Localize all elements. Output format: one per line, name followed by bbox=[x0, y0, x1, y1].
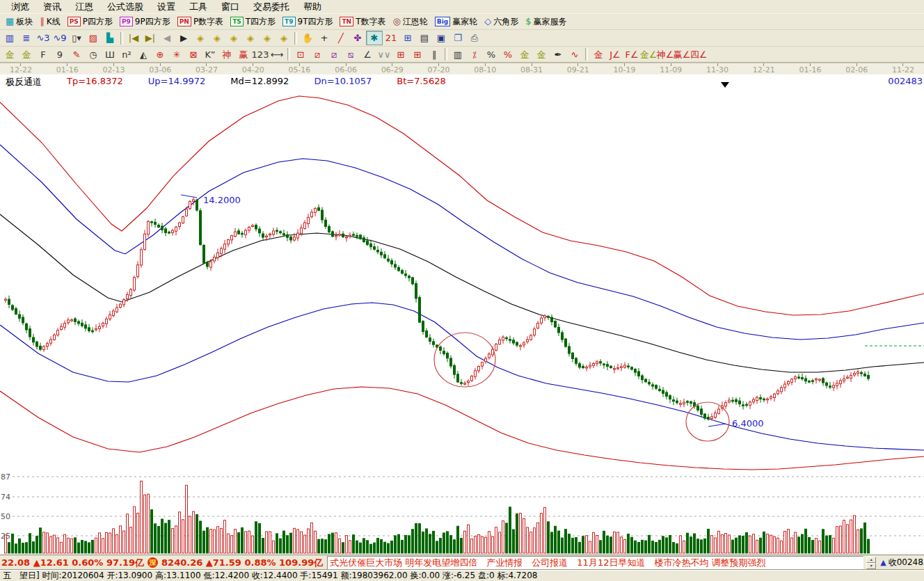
drawing-toolbar: 金 金 F 9 ✎ ◷ Ш n² ◭ ⊕ bbox=[0, 47, 924, 63]
profile-histogram-icon[interactable]: ▙ bbox=[102, 31, 118, 45]
save-icon[interactable]: ▣ bbox=[433, 31, 449, 45]
diamond-left-arrow-icon[interactable]: ◈ bbox=[192, 31, 209, 45]
strike-percent-icon[interactable]: ⁒ bbox=[466, 47, 483, 62]
panel-icon[interactable]: ▥ bbox=[1, 31, 18, 45]
p-square-button[interactable]: PS P四方形 bbox=[65, 15, 117, 29]
shen-angle-icon[interactable]: 神∠ bbox=[657, 47, 674, 62]
winner-wheel-button[interactable]: Big 赢家轮 bbox=[432, 15, 481, 29]
tick-view-label[interactable]: 收002483分笔 bbox=[889, 557, 924, 568]
percent-icon[interactable]: % bbox=[483, 47, 500, 62]
gold-circle-icon[interactable]: 金 bbox=[516, 47, 533, 62]
diamond-right-arrow-icon[interactable]: ◈ bbox=[209, 31, 225, 45]
first-bar-icon[interactable]: |◀ bbox=[125, 31, 142, 45]
menu-trade[interactable]: 交易委托 bbox=[246, 0, 296, 14]
winner-service-button[interactable]: $ 赢家服务 bbox=[523, 15, 571, 29]
f-angle-icon[interactable]: F∠ bbox=[623, 47, 640, 62]
gold-underline-icon[interactable]: 金 bbox=[590, 47, 607, 62]
t9-square-button[interactable]: T9 9T四方形 bbox=[280, 15, 337, 29]
t-number-table-button[interactable]: TN T数字表 bbox=[337, 15, 390, 29]
crosshair-icon[interactable]: + bbox=[316, 31, 333, 45]
brain-icon[interactable]: ✱ bbox=[366, 31, 383, 45]
ink-brush-icon[interactable]: ✒ bbox=[550, 47, 566, 62]
hexagon-button[interactable]: ◇ 六角形 bbox=[481, 15, 523, 29]
k-quote-icon[interactable]: K” bbox=[202, 47, 218, 62]
clock-ruler-icon[interactable]: ◷ bbox=[85, 47, 102, 62]
dn-value: Dn=10.1057 bbox=[314, 76, 372, 86]
gold-ruler2-icon[interactable]: 金 bbox=[18, 47, 35, 62]
abacus-123-icon[interactable]: 123 bbox=[252, 47, 269, 62]
line-tool-icon[interactable]: ╱ bbox=[333, 31, 349, 45]
browser-doc-icon[interactable]: ❐ bbox=[449, 31, 466, 45]
purple-fan-icon[interactable]: ⧄ bbox=[326, 47, 342, 62]
kline-chart-canvas[interactable]: 8774502514.20006.4000 bbox=[0, 0, 924, 581]
date-label: 02-06 bbox=[845, 66, 868, 74]
grid-arrow-icon[interactable]: ⊞ bbox=[409, 47, 426, 62]
box-ruler-icon[interactable]: ⊡ bbox=[292, 47, 309, 62]
percent-line-icon[interactable]: % bbox=[500, 47, 516, 62]
calculator-icon[interactable]: ⊞ bbox=[399, 31, 416, 45]
red-grid-icon[interactable]: ⊞ bbox=[392, 47, 409, 62]
ying-ruler-icon[interactable]: 赢 bbox=[235, 47, 252, 62]
pattern-icon[interactable]: ▨ bbox=[85, 31, 102, 45]
menu-window[interactable]: 窗口 bbox=[214, 0, 246, 14]
star-grid-icon[interactable]: ✳ bbox=[168, 47, 185, 62]
price-scale-icon[interactable]: ▥ bbox=[449, 47, 466, 62]
p9-square-button[interactable]: P9 9P四方形 bbox=[117, 15, 175, 29]
kline-button[interactable]: ∥ K线 bbox=[37, 15, 64, 29]
check-lines-icon[interactable]: ∨∨ bbox=[376, 47, 392, 62]
red-fan-icon[interactable]: ⧄ bbox=[309, 47, 326, 62]
last-bar-icon[interactable]: ▶| bbox=[142, 31, 159, 45]
date-tick-cell: 12-22 bbox=[10, 63, 32, 74]
n2-ruler-icon[interactable]: n² bbox=[118, 47, 135, 62]
calendar-icon[interactable]: 21 bbox=[383, 31, 399, 45]
angle-lines-icon[interactable]: ∠ bbox=[359, 47, 376, 62]
diamond-cross-icon[interactable]: ◈ bbox=[259, 31, 276, 45]
f-ruler-icon[interactable]: F bbox=[35, 47, 51, 62]
menu-tools[interactable]: 工具 bbox=[182, 0, 214, 14]
span-arrow-icon[interactable]: ⟷ bbox=[269, 47, 285, 62]
menu-formula-select[interactable]: 公式选股 bbox=[100, 0, 150, 14]
gold-lines-icon[interactable]: 金 bbox=[533, 47, 550, 62]
t-square-button[interactable]: TS T四方形 bbox=[228, 15, 280, 29]
p-number-table-button[interactable]: PN P数字表 bbox=[175, 15, 228, 29]
menu-browse[interactable]: 浏览 bbox=[4, 0, 36, 14]
wave3-icon[interactable]: ∿3 bbox=[35, 31, 51, 45]
box-grid-icon[interactable]: ⊠ bbox=[185, 47, 202, 62]
brush-ruler-icon[interactable]: ✎ bbox=[68, 47, 85, 62]
spinner-down-button[interactable]: ▾ bbox=[866, 563, 876, 569]
menu-settings[interactable]: 设置 bbox=[150, 0, 182, 14]
printer-icon[interactable]: ⎙ bbox=[466, 31, 483, 45]
blocks-button[interactable]: ▦ 板块 bbox=[3, 15, 37, 29]
gann-wheel-button[interactable]: ◎ 江恩轮 bbox=[390, 15, 431, 29]
diamond-compress-icon[interactable]: ◈ bbox=[242, 31, 259, 45]
index-quote-sz: 8240.26 ▲71.59 0.88% 109.99亿 bbox=[161, 557, 323, 569]
spinner-up-button[interactable]: ▴ bbox=[866, 557, 876, 563]
menu-help[interactable]: 帮助 bbox=[296, 0, 328, 14]
menu-news[interactable]: 资讯 bbox=[36, 0, 68, 14]
wave-box-icon[interactable]: ∿ bbox=[566, 47, 583, 62]
gann-pattern-icon[interactable]: ✤ bbox=[349, 31, 366, 45]
candle-style-dropdown-icon[interactable]: ▯▾ bbox=[68, 31, 85, 45]
shen-ruler-icon[interactable]: 神 bbox=[218, 47, 235, 62]
wave9-icon[interactable]: ∿9 bbox=[51, 31, 68, 45]
gold-ruler-icon[interactable]: 金 bbox=[1, 47, 18, 62]
si-angle-icon[interactable]: 四∠ bbox=[690, 47, 707, 62]
box-fan-icon[interactable]: ⧅ bbox=[342, 47, 359, 62]
hand-icon[interactable]: ✋ bbox=[299, 31, 316, 45]
circle-cross-icon[interactable]: ⊕ bbox=[152, 47, 168, 62]
doc-list-icon[interactable]: ≣ bbox=[18, 31, 35, 45]
next-page-icon[interactable]: ▶ bbox=[175, 31, 192, 45]
ruler-icon[interactable]: Ш bbox=[102, 47, 118, 62]
ying-angle-icon[interactable]: 赢∠ bbox=[674, 47, 690, 62]
spiral-9-icon[interactable]: 9 bbox=[51, 47, 68, 62]
triangle-ruler-icon[interactable]: ◭ bbox=[135, 47, 152, 62]
diamond-expand-icon[interactable]: ◈ bbox=[276, 31, 292, 45]
notes-icon[interactable]: ▤ bbox=[416, 31, 433, 45]
prev-page-icon[interactable]: ◀ bbox=[159, 31, 175, 45]
menu-gann[interactable]: 江恩 bbox=[68, 0, 100, 14]
j-angle-icon[interactable]: J∠ bbox=[607, 47, 623, 62]
diamond-h-arrows-icon[interactable]: ◈ bbox=[225, 31, 242, 45]
parallel-lines-icon[interactable]: ∥ bbox=[426, 47, 443, 62]
ticker-bar: 22.08 ▲12.61 0.60% 97.19亿 深 8240.26 ▲71.… bbox=[0, 555, 924, 570]
gold-angle-icon[interactable]: 金∠ bbox=[640, 47, 657, 62]
